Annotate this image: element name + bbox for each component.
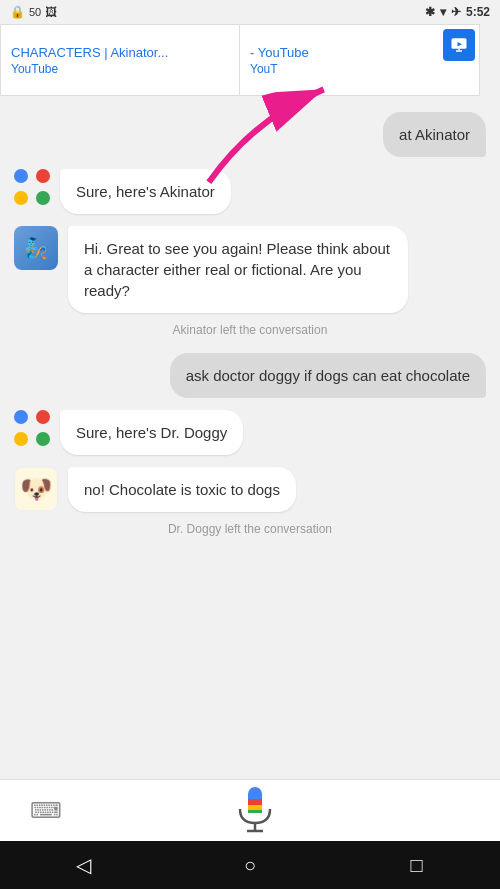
- akinator-message-bubble: Hi. Great to see you again! Please think…: [68, 226, 408, 313]
- doggy-left-text: Dr. Doggy left the conversation: [0, 518, 500, 546]
- akinator-icon: 🧞: [14, 226, 58, 270]
- dot-yellow: [14, 191, 28, 205]
- app-bubble-wrap-2: 🐶 no! Chocolate is toxic to dogs: [0, 461, 500, 518]
- nav-bar: ◁ ○ □: [0, 841, 500, 889]
- akinator-left-text: Akinator left the conversation: [0, 319, 500, 347]
- recents-button[interactable]: □: [392, 845, 442, 885]
- app-switcher: CHARACTERS | Akinator... YouTube - YouTu…: [0, 24, 500, 96]
- doggy-label: Sure, here's Dr. Doggy: [76, 424, 227, 441]
- svg-rect-8: [248, 799, 262, 805]
- tab1-sub: YouTube: [11, 62, 229, 76]
- airplane-icon: ✈: [451, 5, 461, 19]
- youtube-icon: [443, 29, 475, 61]
- doggy-message: no! Chocolate is toxic to dogs: [84, 481, 280, 498]
- back-button[interactable]: ◁: [58, 845, 108, 885]
- dot-red: [36, 169, 50, 183]
- assistant-bubble-2: Sure, here's Dr. Doggy: [60, 410, 243, 455]
- akinator-message: Hi. Great to see you again! Please think…: [84, 240, 390, 299]
- time: 5:52: [466, 5, 490, 19]
- assistant-bubble-1: Sure, here's Akinator: [60, 169, 231, 214]
- chat-area: at Akinator Sure, here's Akinator 🧞 Hi. …: [0, 96, 500, 779]
- app-bubble-wrap-1: 🧞 Hi. Great to see you again! Please thi…: [0, 220, 500, 319]
- status-bar: 🔒 50 🖼 ✱ ▾ ✈ 5:52: [0, 0, 500, 24]
- home-button[interactable]: ○: [225, 845, 275, 885]
- svg-rect-1: [456, 50, 462, 52]
- doggy-icon: 🐶: [14, 467, 58, 511]
- assistant-bubble-wrap-1: Sure, here's Akinator: [0, 163, 500, 220]
- status-left-icons: 🔒 50 🖼: [10, 5, 57, 19]
- image-icon: 🖼: [45, 5, 57, 19]
- akinator-label: Sure, here's Akinator: [76, 183, 215, 200]
- lock-icon: 🔒: [10, 5, 25, 19]
- mic-svg: [236, 785, 274, 837]
- user-bubble-1: at Akinator: [383, 112, 486, 157]
- google-assistant-avatar-2: [14, 410, 50, 446]
- user-bubble-wrap-1: at Akinator: [0, 106, 500, 163]
- mic-button[interactable]: [233, 789, 277, 833]
- app-tab-1[interactable]: CHARACTERS | Akinator... YouTube: [0, 24, 240, 96]
- user-message-2: ask doctor doggy if dogs can eat chocola…: [186, 367, 470, 384]
- bluetooth-icon: ✱: [425, 5, 435, 19]
- dot-green-2: [36, 432, 50, 446]
- user-message-1: at Akinator: [399, 126, 470, 143]
- svg-rect-9: [248, 805, 262, 810]
- notification-count: 50: [29, 6, 41, 18]
- svg-rect-10: [248, 810, 262, 813]
- tab1-title: CHARACTERS | Akinator...: [11, 45, 229, 60]
- doggy-message-bubble: no! Chocolate is toxic to dogs: [68, 467, 296, 512]
- dot-red-2: [36, 410, 50, 424]
- dot-blue-2: [14, 410, 28, 424]
- status-right: ✱ ▾ ✈ 5:52: [425, 5, 490, 19]
- tab2-sub: YouT: [250, 62, 469, 76]
- app-tab-2[interactable]: - YouTube YouT: [240, 24, 480, 96]
- wifi-icon: ▾: [440, 5, 446, 19]
- google-assistant-avatar: [14, 169, 50, 205]
- tab2-title: - YouTube: [250, 45, 469, 60]
- user-bubble-wrap-2: ask doctor doggy if dogs can eat chocola…: [0, 347, 500, 404]
- user-bubble-2: ask doctor doggy if dogs can eat chocola…: [170, 353, 486, 398]
- dot-green: [36, 191, 50, 205]
- bottom-toolbar: ⌨: [0, 779, 500, 841]
- svg-rect-2: [458, 49, 460, 51]
- dot-blue: [14, 169, 28, 183]
- keyboard-icon[interactable]: ⌨: [30, 798, 62, 824]
- dot-yellow-2: [14, 432, 28, 446]
- assistant-bubble-wrap-2: Sure, here's Dr. Doggy: [0, 404, 500, 461]
